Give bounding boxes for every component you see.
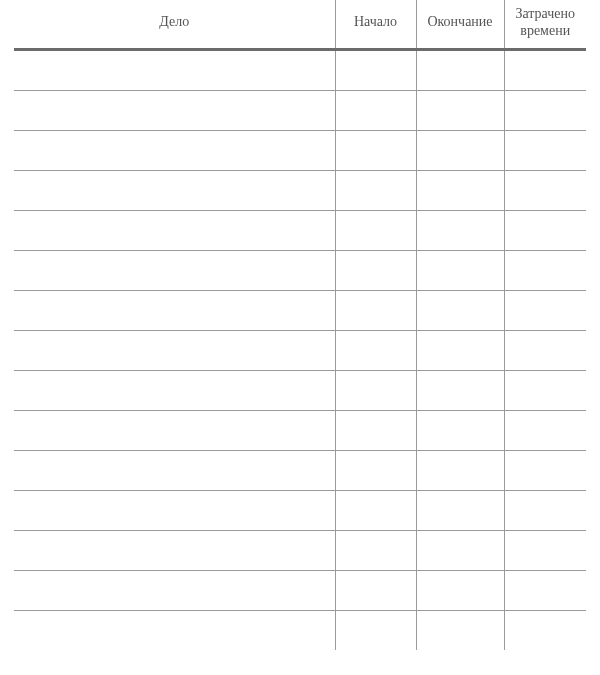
cell-end[interactable]: [416, 530, 504, 570]
table-body: [14, 51, 586, 650]
cell-end[interactable]: [416, 250, 504, 290]
cell-start[interactable]: [335, 410, 416, 450]
cell-spent[interactable]: [504, 610, 586, 650]
cell-spent[interactable]: [504, 410, 586, 450]
table-row: [14, 530, 586, 570]
cell-end[interactable]: [416, 90, 504, 130]
header-end: Окончание: [416, 0, 504, 48]
table-row: [14, 290, 586, 330]
cell-end[interactable]: [416, 170, 504, 210]
cell-task[interactable]: [14, 51, 335, 91]
header-task: Дело: [14, 0, 335, 48]
cell-end[interactable]: [416, 290, 504, 330]
cell-start[interactable]: [335, 51, 416, 91]
table-row: [14, 370, 586, 410]
cell-spent[interactable]: [504, 490, 586, 530]
cell-start[interactable]: [335, 450, 416, 490]
cell-spent[interactable]: [504, 450, 586, 490]
cell-end[interactable]: [416, 130, 504, 170]
cell-task[interactable]: [14, 90, 335, 130]
cell-end[interactable]: [416, 490, 504, 530]
table-row: [14, 90, 586, 130]
cell-task[interactable]: [14, 290, 335, 330]
table-row: [14, 410, 586, 450]
cell-task[interactable]: [14, 210, 335, 250]
cell-start[interactable]: [335, 130, 416, 170]
cell-task[interactable]: [14, 370, 335, 410]
cell-spent[interactable]: [504, 330, 586, 370]
cell-start[interactable]: [335, 570, 416, 610]
table-row: [14, 610, 586, 650]
cell-spent[interactable]: [504, 370, 586, 410]
cell-spent[interactable]: [504, 250, 586, 290]
header-start: Начало: [335, 0, 416, 48]
cell-end[interactable]: [416, 330, 504, 370]
cell-task[interactable]: [14, 450, 335, 490]
cell-start[interactable]: [335, 370, 416, 410]
cell-start[interactable]: [335, 210, 416, 250]
cell-task[interactable]: [14, 610, 335, 650]
cell-end[interactable]: [416, 370, 504, 410]
cell-end[interactable]: [416, 51, 504, 91]
cell-spent[interactable]: [504, 51, 586, 91]
cell-start[interactable]: [335, 290, 416, 330]
cell-spent[interactable]: [504, 530, 586, 570]
time-tracking-table: Дело Начало Окончание Затраченовремени: [14, 0, 586, 650]
cell-end[interactable]: [416, 210, 504, 250]
cell-start[interactable]: [335, 610, 416, 650]
cell-spent[interactable]: [504, 290, 586, 330]
cell-spent[interactable]: [504, 90, 586, 130]
table-row: [14, 210, 586, 250]
cell-task[interactable]: [14, 530, 335, 570]
header-row: Дело Начало Окончание Затраченовремени: [14, 0, 586, 48]
timesheet: Дело Начало Окончание Затраченовремени: [0, 0, 600, 650]
table-row: [14, 170, 586, 210]
table-row: [14, 51, 586, 91]
cell-start[interactable]: [335, 490, 416, 530]
table-row: [14, 450, 586, 490]
cell-spent[interactable]: [504, 570, 586, 610]
header-spent: Затраченовремени: [504, 0, 586, 48]
table-row: [14, 330, 586, 370]
cell-task[interactable]: [14, 250, 335, 290]
cell-task[interactable]: [14, 170, 335, 210]
cell-task[interactable]: [14, 570, 335, 610]
table-row: [14, 570, 586, 610]
cell-start[interactable]: [335, 330, 416, 370]
table-row: [14, 490, 586, 530]
cell-task[interactable]: [14, 490, 335, 530]
cell-spent[interactable]: [504, 170, 586, 210]
cell-task[interactable]: [14, 130, 335, 170]
cell-task[interactable]: [14, 330, 335, 370]
cell-start[interactable]: [335, 250, 416, 290]
cell-start[interactable]: [335, 170, 416, 210]
cell-end[interactable]: [416, 410, 504, 450]
table-row: [14, 250, 586, 290]
cell-end[interactable]: [416, 570, 504, 610]
table-row: [14, 130, 586, 170]
cell-end[interactable]: [416, 610, 504, 650]
cell-spent[interactable]: [504, 210, 586, 250]
cell-task[interactable]: [14, 410, 335, 450]
cell-start[interactable]: [335, 90, 416, 130]
cell-spent[interactable]: [504, 130, 586, 170]
cell-start[interactable]: [335, 530, 416, 570]
cell-end[interactable]: [416, 450, 504, 490]
